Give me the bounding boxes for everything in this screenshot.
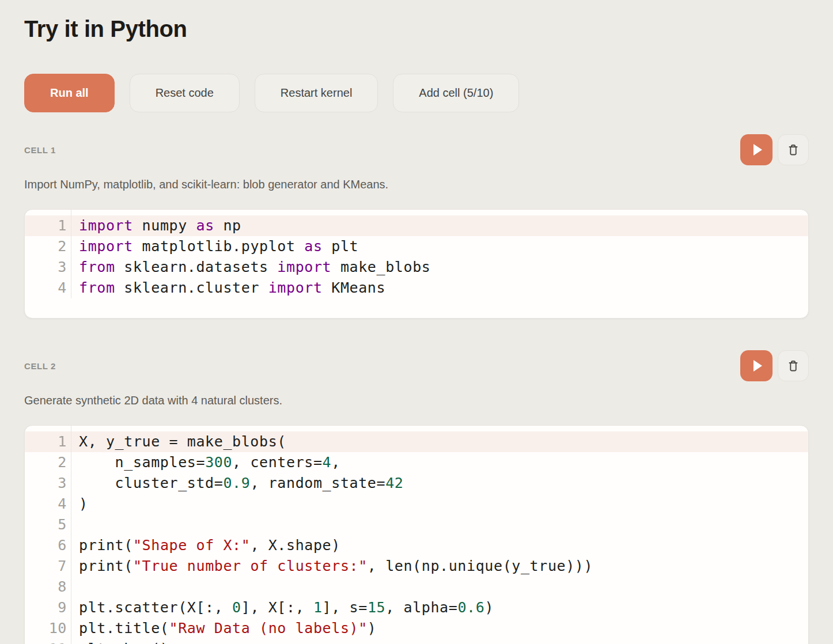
delete-cell-2-button[interactable] (778, 350, 809, 381)
reset-code-button[interactable]: Reset code (130, 74, 240, 112)
code-text: plt.title("Raw Data (no labels)") (71, 618, 377, 639)
code-line[interactable]: 4) (25, 494, 808, 514)
code-text: import numpy as np (71, 215, 241, 236)
cell-1-actions (740, 134, 809, 165)
cell-2: CELL 2 Generate synthetic 2D data with 4… (24, 350, 809, 644)
gutter-separator (71, 210, 71, 298)
run-all-button[interactable]: Run all (24, 74, 115, 112)
delete-cell-1-button[interactable] (778, 134, 809, 165)
code-text: from sklearn.cluster import KMeans (71, 278, 385, 298)
cell-2-code-lines: 1X, y_true = make_blobs(2 n_samples=300,… (25, 431, 808, 644)
code-text: print("True number of clusters:", len(np… (71, 556, 593, 577)
cell-1-code-editor[interactable]: 1import numpy as np2import matplotlib.py… (24, 209, 809, 319)
code-text: cluster_std=0.9, random_state=42 (71, 473, 403, 494)
code-line[interactable]: 2import matplotlib.pyplot as plt (25, 236, 808, 257)
gutter-separator (71, 426, 71, 644)
line-number: 9 (25, 597, 71, 618)
code-line[interactable]: 8 (25, 577, 808, 597)
code-line[interactable]: 10plt.title("Raw Data (no labels)") (25, 618, 808, 639)
cell-2-code-editor[interactable]: 1X, y_true = make_blobs(2 n_samples=300,… (24, 425, 809, 644)
code-text: import matplotlib.pyplot as plt (71, 236, 358, 257)
code-line[interactable]: 3 cluster_std=0.9, random_state=42 (25, 473, 808, 494)
code-line[interactable]: 11plt.show() (25, 639, 808, 644)
code-text: plt.scatter(X[:, 0], X[:, 1], s=15, alph… (71, 597, 494, 618)
code-text (71, 577, 79, 597)
cell-1-header: CELL 1 (24, 134, 809, 165)
play-icon (754, 360, 762, 372)
line-number: 7 (25, 556, 71, 577)
cell-1-label: CELL 1 (24, 145, 56, 155)
code-line[interactable]: 4from sklearn.cluster import KMeans (25, 278, 808, 298)
code-line[interactable]: 3from sklearn.datasets import make_blobs (25, 257, 808, 278)
run-cell-2-button[interactable] (740, 350, 773, 381)
code-line[interactable]: 2 n_samples=300, centers=4, (25, 452, 808, 473)
cell-2-description: Generate synthetic 2D data with 4 natura… (24, 393, 809, 408)
add-cell-button[interactable]: Add cell (5/10) (393, 74, 519, 112)
line-number: 4 (25, 494, 71, 514)
line-number: 5 (25, 514, 71, 535)
line-number: 8 (25, 577, 71, 597)
code-line[interactable]: 1X, y_true = make_blobs( (25, 431, 808, 452)
line-number: 1 (25, 215, 71, 236)
code-text: n_samples=300, centers=4, (71, 452, 340, 473)
trash-icon (786, 359, 800, 373)
line-number: 4 (25, 278, 71, 298)
cell-2-header: CELL 2 (24, 350, 809, 381)
code-text: from sklearn.datasets import make_blobs (71, 257, 430, 278)
code-text: X, y_true = make_blobs( (71, 431, 286, 452)
cell-1-description: Import NumPy, matplotlib, and scikit-lea… (24, 177, 809, 192)
restart-kernel-button[interactable]: Restart kernel (255, 74, 378, 112)
line-number: 10 (25, 618, 71, 639)
cell-2-label: CELL 2 (24, 361, 56, 371)
cell-1-code-lines: 1import numpy as np2import matplotlib.py… (25, 215, 808, 298)
cell-1: CELL 1 Import NumPy, matplotlib, and sci… (24, 134, 809, 319)
line-number: 11 (25, 639, 71, 644)
trash-icon (786, 143, 800, 157)
code-text: print("Shape of X:", X.shape) (71, 535, 340, 556)
line-number: 3 (25, 257, 71, 278)
code-line[interactable]: 6print("Shape of X:", X.shape) (25, 535, 808, 556)
code-text: ) (71, 494, 88, 514)
notebook-page: Try it in Python Run all Reset code Rest… (0, 16, 833, 644)
line-number: 2 (25, 236, 71, 257)
code-line[interactable]: 9plt.scatter(X[:, 0], X[:, 1], s=15, alp… (25, 597, 808, 618)
line-number: 3 (25, 473, 71, 494)
toolbar: Run all Reset code Restart kernel Add ce… (24, 74, 809, 112)
line-number: 1 (25, 431, 71, 452)
code-line[interactable]: 5 (25, 514, 808, 535)
run-cell-1-button[interactable] (740, 134, 773, 165)
code-line[interactable]: 1import numpy as np (25, 215, 808, 236)
code-text: plt.show() (71, 639, 169, 644)
code-text (71, 514, 79, 535)
page-title: Try it in Python (24, 16, 809, 42)
cell-2-actions (740, 350, 809, 381)
line-number: 6 (25, 535, 71, 556)
line-number: 2 (25, 452, 71, 473)
play-icon (754, 144, 762, 156)
code-line[interactable]: 7print("True number of clusters:", len(n… (25, 556, 808, 577)
